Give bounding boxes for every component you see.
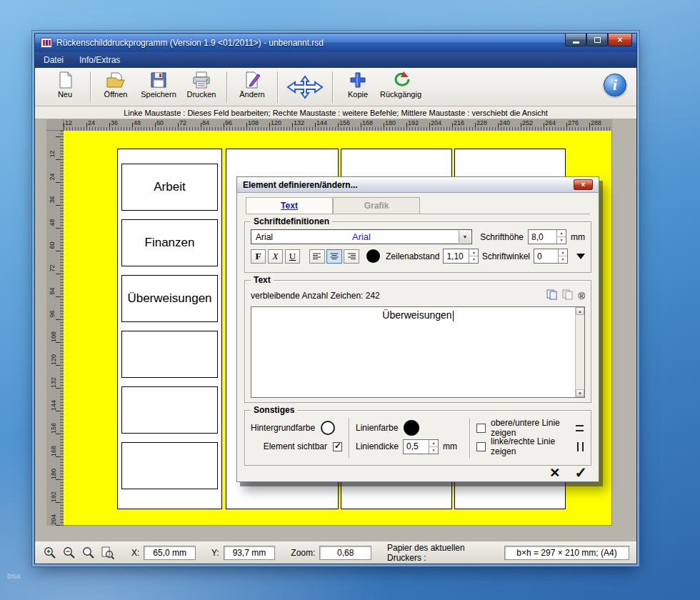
angle-dropdown-icon[interactable] (576, 254, 585, 259)
ruler-number: 12 (64, 119, 86, 131)
text-input-area[interactable]: Überweisungen ▲ ▼ (251, 306, 585, 398)
ruler-number: 180 (46, 462, 64, 485)
top-bottom-line-checkbox[interactable] (476, 424, 486, 433)
new-button[interactable]: Neu (44, 69, 86, 99)
label-cell[interactable]: Überweisungen (121, 275, 218, 322)
copy-button[interactable]: Kopie (336, 69, 379, 99)
dialog-titlebar[interactable]: Element definieren/ändern... × (237, 177, 599, 193)
edit-button[interactable]: Ändern (231, 69, 274, 99)
font-family-combobox[interactable]: Arial Arial ▼ (251, 229, 472, 244)
stepper-arrows[interactable]: ▲▼ (556, 230, 566, 244)
zoom-in-button[interactable] (42, 545, 58, 561)
dialog-close-button[interactable]: × (574, 179, 593, 190)
move-arrows-icon (286, 75, 324, 101)
x-label: X: (131, 548, 139, 558)
copy-pages-icon[interactable] (546, 289, 558, 302)
line-spacing-value: 1,10 (444, 249, 469, 263)
align-left-button[interactable] (309, 249, 325, 264)
label-cell[interactable] (121, 442, 218, 489)
maximize-button[interactable] (586, 34, 608, 46)
zoom-out-button[interactable] (61, 545, 77, 561)
stepper-arrows[interactable]: ▲▼ (429, 440, 438, 454)
line-width-stepper[interactable]: 0,5 ▲▼ (403, 439, 439, 454)
edit-pencil-icon (243, 71, 261, 89)
zoom-reset-button[interactable] (81, 545, 96, 561)
label-cell[interactable]: Arbeit (121, 164, 218, 211)
scroll-up-icon[interactable]: ▲ (576, 307, 584, 315)
ruler-number: 168 (46, 439, 64, 462)
text-cursor (453, 311, 454, 321)
cancel-button[interactable]: ✕ (549, 466, 560, 479)
save-button[interactable]: Speichern (137, 69, 180, 99)
label-cell[interactable] (121, 386, 218, 434)
ruler-number: 228 (475, 119, 498, 131)
bold-button[interactable]: F (251, 249, 266, 264)
label-column-1: ArbeitFinanzenÜberweisungen (117, 149, 222, 509)
close-icon: × (617, 36, 622, 44)
ruler-number: 132 (46, 371, 64, 394)
zoom-label: Zoom: (291, 548, 315, 558)
print-button[interactable]: Drucken (180, 69, 223, 99)
open-button[interactable]: Öffnen (94, 69, 137, 99)
label-cell[interactable] (121, 331, 218, 378)
window-title: Rückenschilddruckprogramm (Version 1.9 <… (56, 38, 324, 48)
tab-grafik[interactable]: Grafik (333, 197, 420, 214)
ok-button[interactable]: ✓ (574, 465, 587, 480)
minimize-button[interactable] (565, 34, 586, 46)
element-visible-checkbox[interactable] (333, 442, 342, 451)
save-disk-icon (149, 71, 168, 89)
font-size-stepper[interactable]: 8,0 ▲▼ (528, 229, 566, 244)
label-cell[interactable]: Finanzen (121, 219, 218, 266)
ruler-number: 204 (429, 119, 452, 131)
zoom-page-button[interactable] (100, 545, 116, 561)
stepper-arrows[interactable]: ▲▼ (558, 249, 567, 263)
ruler-number: 36 (46, 188, 64, 211)
font-angle-label: Schriftwinkel (482, 251, 530, 261)
ruler-number: 120 (46, 348, 64, 371)
ruler-number: 36 (109, 119, 132, 131)
paste-pages-icon[interactable] (562, 289, 574, 302)
background-color-swatch[interactable] (321, 421, 335, 435)
undo-button[interactable]: Rückgängig (379, 69, 422, 99)
chevron-down-icon[interactable]: ▼ (459, 231, 471, 243)
ruler-number: 156 (338, 119, 361, 131)
window-titlebar[interactable]: Rückenschilddruckprogramm (Version 1.9 <… (35, 34, 636, 52)
info-button[interactable]: i (604, 74, 626, 96)
font-group-label: Schriftdefinitionen (251, 216, 332, 226)
ruler-number: 96 (46, 302, 64, 325)
font-preview: Arial (251, 231, 471, 242)
font-color-swatch[interactable] (366, 249, 380, 263)
menu-datei[interactable]: Datei (44, 55, 64, 65)
ruler-number: 288 (589, 119, 612, 131)
ruler-number: 120 (269, 119, 292, 131)
dialog-tabs: Text Grafik (246, 197, 590, 214)
text-group: Text verbleibende Anzahl Zeichen: 242 ® … (244, 280, 591, 403)
plus-icon (349, 71, 367, 89)
hint-bar: Linke Maustaste : Dieses Feld bearbeiten… (35, 106, 636, 119)
menu-info-extras[interactable]: Info/Extras (79, 55, 120, 65)
move-tool-button[interactable] (281, 69, 329, 101)
align-center-button[interactable] (326, 249, 342, 264)
ruler-number: 72 (178, 119, 201, 131)
registered-symbol-button[interactable]: ® (578, 291, 585, 301)
scroll-down-icon[interactable]: ▼ (576, 389, 584, 397)
line-color-swatch[interactable] (404, 420, 419, 436)
tab-text[interactable]: Text (246, 197, 333, 214)
ruler-number: 96 (224, 119, 246, 131)
ruler-number: 156 (46, 416, 64, 439)
align-right-button[interactable] (344, 249, 359, 264)
textarea-scrollbar[interactable]: ▲ ▼ (575, 307, 584, 397)
element-dialog: Element definieren/ändern... × Text Graf… (236, 176, 599, 482)
underline-button[interactable]: U (285, 249, 300, 264)
font-angle-stepper[interactable]: 0 ▲▼ (534, 249, 568, 264)
ruler-number: 108 (246, 119, 269, 131)
copy-label: Kopie (348, 90, 368, 99)
element-visible-label: Element sichtbar (264, 441, 327, 451)
line-width-unit: mm (443, 441, 457, 451)
ruler-number: 240 (498, 119, 521, 131)
left-right-line-checkbox[interactable] (476, 442, 486, 451)
italic-button[interactable]: X (268, 249, 283, 264)
stepper-arrows[interactable]: ▲▼ (469, 249, 478, 263)
line-spacing-stepper[interactable]: 1,10 ▲▼ (443, 249, 479, 264)
close-button[interactable]: × (608, 34, 632, 46)
